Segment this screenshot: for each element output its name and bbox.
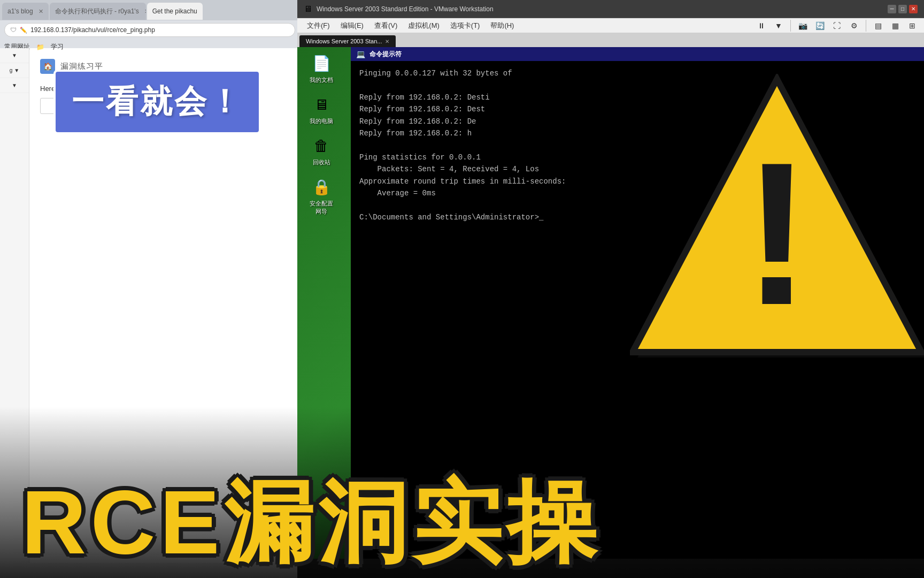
sidebar-item-3[interactable]: ▼ (0, 78, 29, 93)
security-label: 安全配置网导 (310, 200, 333, 216)
pause-button[interactable]: ⏸ (754, 18, 769, 33)
cmd-prompt: C:\Documents and Settings\Administrator>… (359, 211, 924, 223)
chevron-down-icon-1: ▼ (12, 52, 17, 58)
edit-icon: ✏️ (20, 27, 27, 34)
tab-label-2: 命令执行和代码执行 - r0ya1's (55, 7, 139, 16)
toolbar-separator-2 (866, 20, 866, 32)
address-box[interactable]: 🛡 ✏️ 192.168.0.137/pikachu/vul/rce/rce_p… (4, 23, 295, 37)
preferences-button[interactable]: ⚙ (846, 18, 861, 33)
chevron-down-icon-2: ▼ (14, 67, 19, 73)
cmd-line-blank-3 (359, 199, 924, 211)
banner-text: 一看就会！ (72, 80, 243, 124)
cmd-line-avg: Average = 0ms (359, 187, 924, 199)
vm-tab-bar: Windows Server 2003 Stan... ✕ (297, 33, 924, 47)
menu-view[interactable]: 查看(V) (369, 18, 403, 33)
snapshot-button[interactable]: 📷 (795, 18, 810, 33)
vm-tab-close[interactable]: ✕ (385, 39, 389, 44)
cmd-line-reply-1: Reply from 192.168.0.2: Desti (359, 92, 924, 103)
title-banner: 一看就会！ (53, 70, 261, 134)
vmware-titlebar: 🖥 Windows Server 2003 Standard Edition -… (297, 0, 924, 18)
recycle-bin-icon: 🗑 (311, 135, 332, 156)
cmd-line-ms-label: Approximate round trip times in milli-se… (359, 176, 924, 187)
desktop-icon-docs[interactable]: 📄 我的文档 (303, 52, 340, 84)
toolbar-arrow-button[interactable]: ▼ (771, 18, 786, 33)
layout-btn-2[interactable]: ▦ (888, 18, 903, 33)
menu-edit[interactable]: 编辑(E) (335, 18, 369, 33)
chevron-down-icon-3: ▼ (12, 82, 17, 88)
browser-tab-3[interactable]: Get the pikachu (147, 3, 203, 20)
menu-vm[interactable]: 虚拟机(M) (403, 18, 445, 33)
security-shield-icon: 🛡 (10, 26, 17, 34)
tab-label-3: Get the pikachu (152, 7, 197, 15)
vmware-icon: 🖥 (304, 4, 312, 14)
tab-bar: a1's blog ✕ 命令执行和代码执行 - r0ya1's ✕ Get th… (0, 0, 299, 20)
browser-chrome: a1's blog ✕ 命令执行和代码执行 - r0ya1's ✕ Get th… (0, 0, 299, 48)
desktop-icon-computer[interactable]: 🖥 我的电脑 (303, 94, 340, 125)
address-bar: 🛡 ✏️ 192.168.0.137/pikachu/vul/rce/rce_p… (0, 20, 299, 40)
toolbar-separator-1 (790, 20, 791, 32)
layout-btn-3[interactable]: ⊞ (905, 18, 920, 33)
fullscreen-button[interactable]: ⛶ (829, 18, 844, 33)
restore-button[interactable]: 🔄 (812, 18, 827, 33)
cmd-line-blank-2 (359, 139, 924, 151)
menu-help[interactable]: 帮助(H) (485, 18, 519, 33)
security-icon: 🔒 (311, 176, 332, 197)
cmd-line-1: Pinging 0.0.0.127 with 32 bytes of (359, 67, 924, 79)
cmd-line-reply-2: Reply from 192.168.0.2: Dest (359, 103, 924, 115)
window-controls: ─ □ ✕ (888, 5, 918, 13)
url-text: 192.168.0.137/pikachu/vul/rce/rce_ping.p… (30, 26, 155, 34)
cmd-icon: 💻 (356, 50, 365, 58)
browser-tab-2[interactable]: 命令执行和代码执行 - r0ya1's ✕ (50, 3, 146, 20)
cmd-line-reply-4: Reply from 192.168.0.2: h (359, 127, 924, 139)
vmware-title: Windows Server 2003 Standard Edition - V… (317, 5, 883, 13)
cmd-title-text: 命令提示符 (369, 50, 402, 59)
recycle-bin-label: 回收站 (313, 158, 330, 166)
tab-label-1: a1's blog (7, 7, 33, 15)
vmware-menubar: 文件(F) 编辑(E) 查看(V) 虚拟机(M) 选项卡(T) 帮助(H) ⏸ … (297, 18, 924, 33)
vm-tab-active[interactable]: Windows Server 2003 Stan... ✕ (299, 35, 396, 47)
cmd-titlebar: 💻 命令提示符 (351, 47, 924, 61)
tab-close-1[interactable]: ✕ (38, 8, 43, 15)
bottom-title-area: RCE漏洞实操 (0, 477, 642, 567)
close-button[interactable]: ✕ (909, 5, 918, 13)
tab-close-2[interactable]: ✕ (144, 8, 146, 15)
my-computer-label: 我的电脑 (310, 117, 333, 125)
layout-btn-1[interactable]: ▤ (871, 18, 886, 33)
desktop-icons: 📄 我的文档 🖥 我的电脑 🗑 回收站 🔒 安全配置网导 (303, 52, 340, 216)
desktop-icon-security[interactable]: 🔒 安全配置网导 (303, 176, 340, 216)
cmd-line-blank-1 (359, 79, 924, 91)
main-title: RCE漏洞实操 (21, 477, 620, 567)
maximize-button[interactable]: □ (898, 5, 907, 13)
my-documents-label: 我的文档 (310, 76, 333, 84)
cmd-line-reply-3: Reply from 192.168.0.2: De (359, 116, 924, 127)
cmd-line-stats: Ping statistics for 0.0.0.1 (359, 151, 924, 163)
vm-tab-label: Windows Server 2003 Stan... (306, 38, 382, 44)
home-button[interactable]: 🏠 (40, 59, 55, 74)
browser-tab-1[interactable]: a1's blog ✕ (2, 3, 49, 20)
sidebar-item-2[interactable]: g ▼ (0, 63, 29, 78)
menu-tab[interactable]: 选项卡(T) (445, 18, 486, 33)
sidebar-label-g: g (10, 67, 13, 73)
desktop-icon-recycle[interactable]: 🗑 回收站 (303, 135, 340, 166)
my-computer-icon: 🖥 (311, 94, 332, 115)
cmd-line-packets: Packets: Sent = 4, Received = 4, Los (359, 163, 924, 175)
my-documents-icon: 📄 (311, 52, 332, 74)
minimize-button[interactable]: ─ (888, 5, 896, 13)
sidebar-item-1[interactable]: ▼ (0, 48, 29, 63)
menu-file[interactable]: 文件(F) (302, 18, 335, 33)
